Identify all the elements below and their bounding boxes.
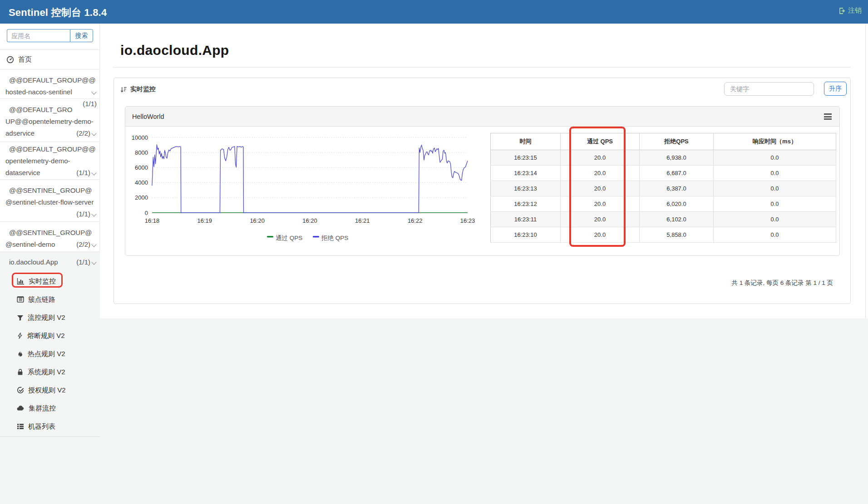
sidebar-item-home[interactable]: 首页: [0, 49, 100, 69]
qps-table-row: 16:23:1220.06,020.00.0: [491, 196, 836, 212]
chevron-down-icon: [91, 131, 96, 136]
logout-label: 注销: [848, 6, 862, 15]
submenu-label: 机器列表: [28, 422, 55, 431]
menu-icon[interactable]: [824, 113, 832, 121]
app-search-input[interactable]: [7, 29, 70, 42]
qps-line-chart: 020004000600080001000016:1816:1916:2016:…: [125, 127, 488, 256]
sort-amount-icon: [120, 86, 127, 93]
app-group-list: @@DEFAULT_GROUP@@hosted-nacos-sentinel(1…: [0, 69, 100, 252]
page-title: io.daocloud.App: [120, 43, 229, 58]
svg-text:拒绝 QPS: 拒绝 QPS: [321, 235, 348, 241]
sidebar-item-簇点链路[interactable]: 簇点链路: [0, 290, 100, 308]
submenu-label: 流控规则 V2: [28, 313, 65, 322]
app-group-count: (1/1): [76, 167, 90, 179]
bar-chart-icon: [17, 278, 25, 285]
qps-table-cell: 20.0: [561, 150, 640, 166]
resource-panel: HelloWorld 020004000600080001000016:1816…: [125, 106, 840, 256]
app-title: Sentinel 控制台 1.8.4: [9, 6, 107, 20]
bolt-icon: [17, 332, 23, 339]
submenu-label: 热点规则 V2: [28, 350, 65, 358]
qps-table-cell: 0.0: [714, 196, 836, 212]
sort-asc-button[interactable]: 升序: [824, 82, 847, 96]
svg-text:6000: 6000: [135, 164, 148, 171]
app-search-button[interactable]: 搜索: [70, 29, 93, 42]
qps-table: 时间通过 QPS拒绝QPS响应时间（ms） 16:23:1520.06,938.…: [490, 133, 836, 243]
qps-table-cell: 0.0: [714, 166, 836, 181]
svg-text:4000: 4000: [135, 179, 148, 186]
sidebar-divider: [0, 436, 100, 437]
sidebar-item-active-app[interactable]: io.daocloud.App (1/1): [0, 251, 100, 269]
sidebar-item-授权规则 V2[interactable]: 授权规则 V2: [0, 381, 100, 399]
qps-chart: 020004000600080001000016:1816:1916:2016:…: [125, 127, 488, 256]
qps-table-cell: 6,020.0: [640, 196, 714, 212]
svg-text:10000: 10000: [132, 134, 148, 141]
qps-table-cell: 20.0: [561, 227, 640, 243]
qps-table-cell: 0.0: [714, 150, 836, 166]
svg-text:16:23: 16:23: [460, 217, 475, 224]
qps-table-column-header: 响应时间（ms）: [714, 133, 836, 150]
keyword-input[interactable]: [724, 82, 814, 96]
table-icon: [17, 296, 24, 303]
app-group-item[interactable]: @@SENTINEL_GROUP@@sentinel-cluster-flow-…: [0, 180, 100, 222]
qps-table-column-header: 拒绝QPS: [640, 133, 714, 150]
chevron-down-icon: [91, 89, 96, 94]
flame-icon: [17, 350, 24, 357]
app-group-count: (2/2): [76, 127, 90, 139]
qps-table-cell: 5,858.0: [640, 227, 714, 243]
qps-table-cell: 16:23:13: [491, 181, 561, 196]
active-app-name: io.daocloud.App: [9, 258, 58, 266]
submenu-label: 熔断规则 V2: [27, 332, 65, 340]
sidebar-item-实时监控[interactable]: 实时监控: [0, 272, 100, 290]
panel-title-row: 实时监控: [120, 85, 156, 93]
logout-link[interactable]: 注销: [838, 6, 862, 15]
qps-table-column-header: 时间: [491, 133, 561, 150]
app-group-item[interactable]: @@DEFAULT_GROUP@@hosted-nacos-sentinel(1…: [0, 69, 100, 99]
qps-table-head: 时间通过 QPS拒绝QPS响应时间（ms）: [491, 133, 836, 150]
qps-table-cell: 16:23:11: [491, 212, 561, 227]
qps-table-cell: 16:23:14: [491, 166, 561, 181]
sidebar: 搜索 首页 @@DEFAULT_GROUP@@hosted-nacos-sent…: [0, 24, 100, 251]
sidebar-item-熔断规则 V2[interactable]: 熔断规则 V2: [0, 327, 100, 345]
sidebar-item-热点规则 V2[interactable]: 热点规则 V2: [0, 345, 100, 363]
chevron-down-icon: [91, 170, 96, 175]
svg-text:0: 0: [145, 210, 148, 216]
chevron-down-icon: [91, 211, 96, 216]
title-divider: [113, 67, 851, 68]
svg-text:16:21: 16:21: [355, 217, 370, 224]
submenu-label: 实时监控: [29, 277, 56, 286]
sidebar-item-机器列表[interactable]: 机器列表: [0, 417, 100, 435]
qps-table-row: 16:23:1020.05,858.00.0: [491, 227, 836, 243]
gauge-icon: [6, 56, 14, 64]
qps-table-cell: 20.0: [561, 166, 640, 181]
sidebar-item-流控规则 V2[interactable]: 流控规则 V2: [0, 308, 100, 327]
qps-table-cell: 6,687.0: [640, 166, 714, 181]
qps-table-column-header: 通过 QPS: [561, 133, 640, 150]
pagination-text: 共 1 条记录, 每页 6 条记录 第 1 / 1 页: [731, 279, 833, 287]
cloud-icon: [17, 405, 25, 412]
app-group-item[interactable]: @@SENTINEL_GROUP@@sentinel-demo(2/2): [0, 222, 100, 252]
chevron-down-icon: [91, 242, 96, 247]
app-group-name: @@DEFAULT_GROUP@@hosted-nacos-sentinel: [5, 76, 96, 96]
panel-title: 实时监控: [130, 85, 156, 93]
chevron-down-icon: [91, 259, 96, 264]
sidebar-home-label: 首页: [18, 55, 32, 64]
app-group-count: (1/1): [76, 208, 90, 220]
logout-icon: [838, 7, 846, 15]
qps-table-cell: 6,938.0: [640, 150, 714, 166]
svg-text:通过 QPS: 通过 QPS: [276, 235, 302, 241]
sidebar-item-集群流控[interactable]: 集群流控: [0, 399, 100, 417]
qps-table-cell: 6,387.0: [640, 181, 714, 196]
submenu-label: 集群流控: [29, 404, 56, 413]
svg-text:2000: 2000: [135, 194, 148, 201]
app-group-item[interactable]: @@DEFAULT_GROUP@@opentelemetry-demo-data…: [0, 142, 100, 180]
app-group-name: @@SENTINEL_GROUP@@sentinel-cluster-flow-…: [5, 186, 94, 206]
svg-text:16:18: 16:18: [145, 217, 160, 224]
check-circle-icon: [17, 387, 24, 394]
qps-table-cell: 16:23:10: [491, 227, 561, 243]
top-navbar: Sentinel 控制台 1.8.4 注销: [0, 0, 868, 24]
qps-table-cell: 20.0: [561, 212, 640, 227]
svg-text:16:22: 16:22: [408, 217, 423, 224]
sidebar-item-系统规则 V2[interactable]: 系统规则 V2: [0, 363, 100, 381]
qps-table-row: 16:23:1320.06,387.00.0: [491, 181, 836, 196]
submenu-label: 授权规则 V2: [28, 386, 66, 395]
